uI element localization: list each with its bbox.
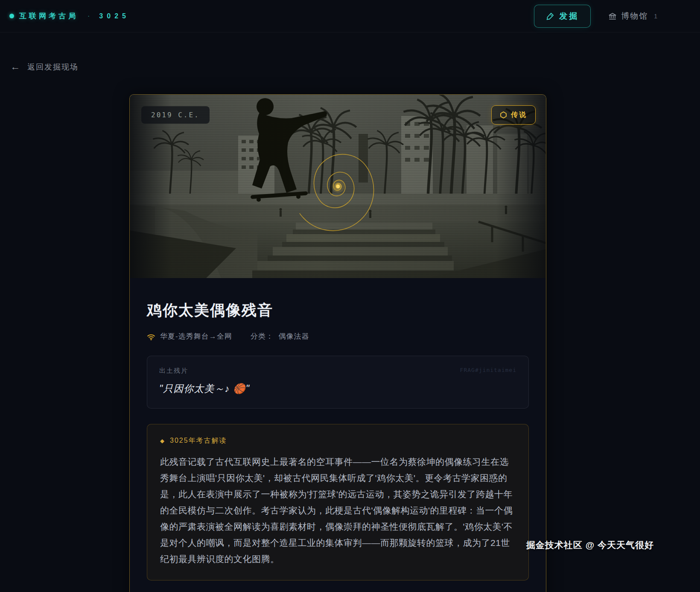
fragment-code: FRAG#jinitaimei bbox=[460, 367, 516, 373]
signal-wifi-icon bbox=[147, 332, 155, 341]
header-actions: 发掘 博物馆 1 bbox=[534, 5, 657, 28]
interpretation-label: 3025年考古解读 bbox=[170, 436, 227, 445]
museum-link[interactable]: 博物馆 1 bbox=[608, 11, 657, 22]
fragment-label: 出土残片 bbox=[159, 367, 188, 375]
brand: 互联网考古局 · 3025 bbox=[9, 11, 130, 21]
artifact-body: 鸡你太美偶像残音 华夏-选秀舞台→全网 分类： 偶像法器 出土残片 FRAG#j… bbox=[130, 278, 546, 580]
rarity-badge: 传说 bbox=[491, 105, 536, 125]
era-badge: 2019 C.E. bbox=[141, 106, 210, 124]
rarity-label: 传说 bbox=[511, 110, 527, 119]
museum-count-badge: 1 bbox=[654, 13, 657, 20]
brush-icon bbox=[546, 12, 554, 20]
interpretation-text: 此残音记载了古代互联网史上最著名的空耳事件——一位名为蔡徐坤的偶像练习生在选秀舞… bbox=[160, 454, 516, 567]
back-link[interactable]: ← 返回发掘现场 bbox=[10, 61, 79, 73]
watermark: 掘金技术社区 @ 今天天气很好 bbox=[526, 539, 654, 551]
artifact-category: 分类： 偶像法器 bbox=[251, 331, 309, 341]
interpretation-box: ◆ 3025年考古解读 此残音记载了古代互联网史上最著名的空耳事件——一位名为蔡… bbox=[147, 424, 529, 580]
artifact-title: 鸡你太美偶像残音 bbox=[147, 300, 529, 320]
back-link-label: 返回发掘现场 bbox=[27, 62, 79, 72]
artifact-meta: 华夏-选秀舞台→全网 分类： 偶像法器 bbox=[147, 331, 529, 341]
arrow-left-icon: ← bbox=[10, 61, 21, 73]
logo-dot-icon bbox=[9, 14, 14, 18]
excavate-button[interactable]: 发掘 bbox=[534, 5, 591, 28]
brand-separator: · bbox=[88, 12, 90, 20]
category-value: 偶像法器 bbox=[278, 332, 309, 340]
artifact-photo: 2019 C.E. 传说 bbox=[130, 95, 546, 278]
site-year: 3025 bbox=[99, 12, 130, 20]
app-header: 互联网考古局 · 3025 发掘 博物馆 1 bbox=[0, 0, 700, 32]
museum-label: 博物馆 bbox=[621, 11, 648, 22]
hexagon-icon bbox=[500, 111, 507, 119]
excavate-label: 发掘 bbox=[559, 11, 579, 22]
artifact-card: 2019 C.E. 传说 鸡你太美偶像残音 华夏-选秀舞台→全网 分类： 偶像法… bbox=[129, 94, 546, 592]
category-label: 分类： bbox=[251, 332, 274, 340]
diamond-icon: ◆ bbox=[160, 438, 165, 444]
fragment-box: 出土残片 FRAG#jinitaimei "只因你太美～♪ 🏀" bbox=[147, 356, 529, 409]
fragment-quote: "只因你太美～♪ 🏀" bbox=[159, 382, 516, 395]
artifact-origin: 华夏-选秀舞台→全网 bbox=[160, 331, 232, 341]
museum-icon bbox=[608, 12, 617, 21]
site-title: 互联网考古局 bbox=[19, 11, 78, 21]
